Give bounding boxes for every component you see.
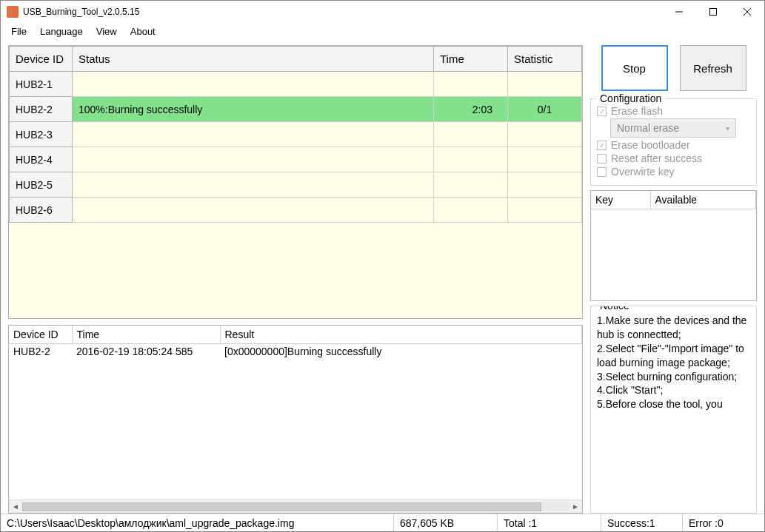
svg-rect-1	[710, 9, 717, 16]
scroll-right-icon[interactable]: ►	[569, 501, 582, 513]
status-error: Error :0	[683, 514, 764, 531]
cell-result-time: 2016-02-19 18:05:24 585	[72, 344, 220, 360]
table-row[interactable]: HUB2-4	[10, 147, 582, 172]
erase-bootloader-checkbox[interactable]: ✓	[597, 141, 607, 150]
table-row[interactable]: HUB2-6	[10, 198, 582, 223]
erase-bootloader-label: Erase bootloader	[611, 139, 690, 151]
cell-device-id: HUB2-6	[10, 198, 73, 223]
menubar: File Language View About	[1, 23, 764, 39]
titlebar: USB_Burning_Tool_v2.0.5.15	[1, 1, 764, 23]
app-icon	[7, 6, 19, 18]
cell-statistic	[508, 198, 582, 223]
col-time[interactable]: Time	[434, 47, 508, 72]
cell-status	[73, 72, 434, 97]
col-available[interactable]: Available	[650, 191, 756, 209]
col-result-device-id[interactable]: Device ID	[9, 326, 72, 344]
overwrite-key-checkbox[interactable]	[597, 167, 607, 177]
cell-time	[434, 122, 508, 147]
scroll-thumb[interactable]	[22, 502, 541, 511]
erase-flash-label: Erase flash	[611, 105, 663, 117]
menu-view[interactable]: View	[90, 24, 123, 38]
cell-time	[434, 72, 508, 97]
status-success: Success:1	[601, 514, 683, 531]
cell-result-id: HUB2-2	[9, 344, 72, 360]
scroll-left-icon[interactable]: ◄	[9, 501, 22, 513]
col-result-result[interactable]: Result	[220, 326, 582, 344]
key-table: Key Available	[590, 190, 757, 301]
app-window: USB_Burning_Tool_v2.0.5.15 File Language…	[0, 0, 765, 532]
notice-text: 1.Make sure the devices and the hub is c…	[597, 311, 750, 508]
cell-statistic	[508, 147, 582, 172]
refresh-button[interactable]: Refresh	[680, 45, 746, 91]
horizontal-scrollbar[interactable]: ◄ ►	[9, 499, 582, 513]
cell-result-text: [0x00000000]Burning successfully	[220, 344, 582, 360]
table-row[interactable]: HUB2-3	[10, 122, 582, 147]
erase-flash-checkbox[interactable]: ✓	[597, 107, 607, 116]
window-title: USB_Burning_Tool_v2.0.5.15	[23, 7, 139, 17]
status-size: 687,605 KB	[394, 514, 498, 531]
chevron-down-icon: ▾	[726, 124, 729, 132]
cell-status	[73, 198, 434, 223]
cell-device-id: HUB2-3	[10, 122, 73, 147]
cell-status	[73, 172, 434, 198]
menu-file[interactable]: File	[5, 24, 33, 38]
cell-device-id: HUB2-1	[10, 72, 73, 97]
erase-mode-select[interactable]: Normal erase ▾	[610, 118, 736, 138]
table-row[interactable]: HUB2-22016-02-19 18:05:24 585[0x00000000…	[9, 344, 582, 360]
reset-after-label: Reset after success	[611, 152, 702, 164]
status-path: C:\Users\Isaac\Desktop\амлоджик\aml_upgr…	[1, 514, 394, 531]
configuration-group: Configuration ✓ Erase flash Normal erase…	[590, 98, 757, 186]
cell-status	[73, 147, 434, 172]
col-key[interactable]: Key	[591, 191, 650, 209]
table-row[interactable]: HUB2-2100%:Burning successfully2:030/1	[10, 97, 582, 122]
cell-statistic	[508, 172, 582, 198]
close-button[interactable]	[730, 1, 764, 23]
table-row[interactable]: HUB2-5	[10, 172, 582, 198]
menu-about[interactable]: About	[124, 24, 161, 38]
cell-time	[434, 172, 508, 198]
cell-device-id: HUB2-2	[10, 97, 73, 122]
configuration-legend: Configuration	[597, 92, 664, 104]
col-result-time[interactable]: Time	[72, 326, 220, 344]
cell-status	[73, 122, 434, 147]
minimize-button[interactable]	[662, 1, 696, 23]
cell-time	[434, 198, 508, 223]
menu-language[interactable]: Language	[34, 24, 89, 38]
cell-statistic	[508, 72, 582, 97]
notice-legend: Notice	[597, 306, 632, 312]
col-status[interactable]: Status	[73, 47, 434, 72]
table-row[interactable]: HUB2-1	[10, 72, 582, 97]
reset-after-checkbox[interactable]	[597, 154, 607, 164]
result-table: Device ID Time Result HUB2-22016-02-19 1…	[8, 325, 583, 514]
cell-device-id: HUB2-5	[10, 172, 73, 198]
col-device-id[interactable]: Device ID	[10, 47, 73, 72]
overwrite-key-label: Overwirte key	[611, 166, 675, 178]
cell-time	[434, 147, 508, 172]
maximize-button[interactable]	[696, 1, 730, 23]
notice-group: Notice 1.Make sure the devices and the h…	[590, 306, 757, 514]
status-total: Total :1	[498, 514, 601, 531]
device-table: Device ID Status Time Statistic HUB2-1HU…	[8, 45, 583, 319]
stop-button[interactable]: Stop	[601, 45, 668, 91]
cell-status: 100%:Burning successfully	[73, 97, 434, 122]
col-statistic[interactable]: Statistic	[508, 47, 582, 72]
cell-time: 2:03	[434, 97, 508, 122]
statusbar: C:\Users\Isaac\Desktop\амлоджик\aml_upgr…	[1, 514, 764, 531]
cell-statistic: 0/1	[508, 97, 582, 122]
cell-device-id: HUB2-4	[10, 147, 73, 172]
cell-statistic	[508, 122, 582, 147]
